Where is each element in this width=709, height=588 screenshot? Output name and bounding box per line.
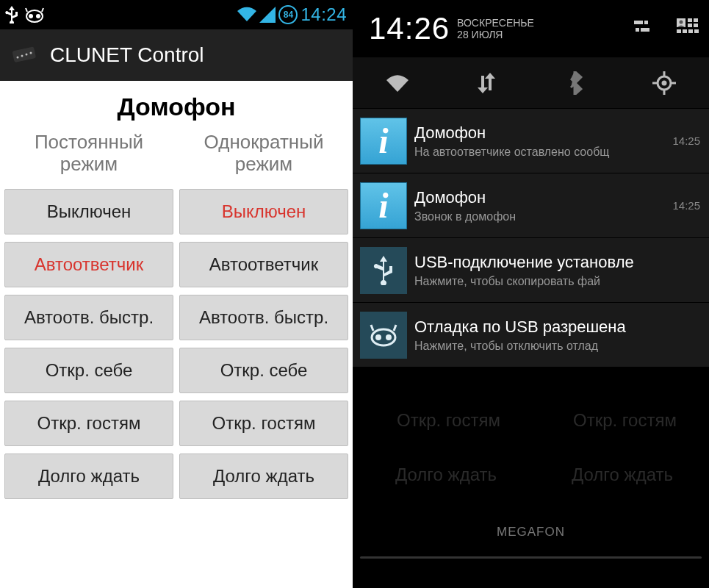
ghost-button: Откр. гостям [573, 410, 677, 431]
mode-button[interactable]: Автоотв. быстр. [4, 295, 173, 340]
svg-point-7 [30, 52, 32, 54]
mode-button[interactable]: Откр. себе [179, 348, 348, 393]
notification-list: i Домофон На автоответчике оставлено соо… [353, 109, 709, 368]
notification-body: Нажмите, чтобы отключить отлад [414, 340, 702, 353]
wifi-icon [237, 7, 256, 23]
mode-button[interactable]: Автоответчик [179, 242, 348, 287]
carrier-label: MEGAFON [353, 525, 709, 539]
notification-item[interactable]: USB-подключение установле Нажмите, чтобы… [353, 238, 709, 303]
shade-header: 14:26 ВОСКРЕСЕНЬЕ28 ИЮЛЯ [353, 0, 709, 57]
mode-button[interactable]: Долго ждать [179, 453, 348, 499]
notification-title: Домофон [414, 123, 659, 143]
svg-rect-19 [683, 29, 687, 33]
svg-point-13 [680, 21, 683, 24]
notification-time: 14:25 [672, 135, 700, 147]
shade-time: 14:26 [369, 11, 450, 46]
notification-body: Нажмите, чтобы скопировать фай [414, 275, 702, 288]
svg-rect-17 [694, 24, 698, 27]
info-icon: i [360, 118, 407, 165]
notification-title: Отладка по USB разрешена [414, 318, 702, 337]
signal-icon [259, 7, 276, 23]
svg-rect-3 [12, 46, 36, 62]
ghost-button: Откр. гостям [397, 410, 500, 431]
svg-point-6 [26, 54, 28, 56]
column-single: Однократный режим Выключен Автоответчик … [179, 132, 348, 506]
shade-date: ВОСКРЕСЕНЬЕ28 ИЮЛЯ [457, 17, 534, 40]
mode-button[interactable]: Откр. себе [4, 348, 173, 393]
mode-button[interactable]: Автоответчик [4, 242, 173, 287]
wifi-toggle-icon[interactable] [380, 65, 415, 101]
gps-toggle-icon[interactable] [647, 65, 682, 101]
usb-icon [360, 247, 407, 294]
phone-right: Откр. гостям Откр. гостям Долго ждать До… [353, 0, 709, 588]
svg-rect-10 [636, 28, 639, 32]
notification-title: USB-подключение установле [414, 253, 702, 272]
svg-point-4 [17, 57, 19, 59]
svg-rect-11 [641, 28, 649, 32]
title-bar: CLUNET Control [0, 29, 353, 81]
mode-button[interactable]: Долго ждать [4, 453, 173, 499]
notification-title: Домофон [414, 188, 659, 207]
notification-body: На автоответчике оставлено сообщ [414, 146, 659, 159]
bluetooth-toggle-icon[interactable] [558, 65, 593, 101]
svg-point-1 [29, 14, 33, 18]
svg-point-23 [662, 80, 667, 85]
svg-point-5 [21, 55, 24, 57]
quick-settings-row [353, 57, 709, 109]
column-header: Постоянный режим [4, 132, 173, 179]
mode-button[interactable]: Откр. гостям [4, 401, 173, 446]
column-header: Однократный режим [179, 132, 348, 179]
notification-item[interactable]: Отладка по USB разрешена Нажмите, чтобы … [353, 303, 709, 368]
mode-button[interactable]: Откр. гостям [179, 401, 348, 446]
notification-time: 14:25 [672, 199, 700, 212]
cyanogen-icon [360, 312, 407, 359]
svg-rect-21 [694, 29, 699, 33]
svg-point-2 [36, 14, 40, 18]
cyanogen-icon [25, 7, 44, 23]
contact-tile-icon[interactable] [677, 18, 699, 39]
mode-button[interactable]: Выключен [179, 189, 348, 234]
notification-body: Звонок в домофон [414, 210, 659, 223]
usb-icon [4, 6, 19, 24]
notification-item[interactable]: i Домофон На автоответчике оставлено соо… [353, 109, 709, 173]
phone-left: 84 14:24 CLUNET Control Домофон Постоянн… [0, 0, 353, 588]
svg-rect-9 [644, 21, 648, 24]
info-icon: i [360, 182, 407, 229]
page-title: Домофон [0, 93, 353, 121]
mode-button[interactable]: Автоотв. быстр. [179, 295, 348, 340]
column-permanent: Постоянный режим Выключен Автоответчик А… [4, 132, 173, 506]
svg-point-28 [372, 329, 395, 345]
svg-rect-15 [694, 18, 698, 22]
svg-rect-8 [634, 21, 643, 24]
data-toggle-icon[interactable] [469, 65, 504, 101]
status-bar: 84 14:24 [0, 0, 353, 29]
svg-rect-14 [688, 18, 692, 22]
ghost-button: Долго ждать [572, 465, 673, 485]
svg-point-30 [386, 334, 392, 340]
ghost-button: Долго ждать [395, 465, 497, 485]
app-title: CLUNET Control [50, 43, 204, 67]
svg-rect-20 [688, 29, 693, 33]
svg-point-29 [375, 334, 381, 340]
app-icon [10, 44, 40, 66]
notification-item[interactable]: i Домофон Звонок в домофон 14:25 [353, 173, 709, 238]
mode-button[interactable]: Выключен [4, 189, 173, 234]
battery-icon: 84 [278, 5, 298, 24]
settings-shortcut-icon[interactable] [631, 19, 653, 38]
status-time: 14:24 [300, 4, 347, 25]
mode-columns: Постоянный режим Выключен Автоответчик А… [0, 132, 353, 506]
shade-handle[interactable] [360, 556, 702, 559]
svg-rect-18 [677, 29, 681, 33]
svg-rect-16 [688, 24, 692, 27]
